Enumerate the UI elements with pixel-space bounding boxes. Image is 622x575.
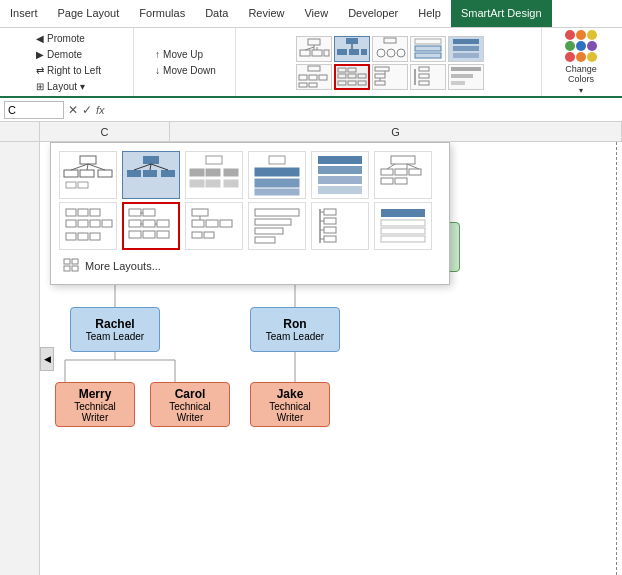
layout-thumb-2[interactable]	[334, 36, 370, 62]
layout-thumb-7-selected[interactable]	[334, 64, 370, 90]
smartart-svg-11	[314, 205, 366, 247]
tab-data[interactable]: Data	[195, 0, 238, 27]
tab-help[interactable]: Help	[408, 0, 451, 27]
smartart-item-11[interactable]	[311, 202, 369, 250]
svg-rect-16	[415, 39, 441, 44]
formula-input[interactable]	[109, 103, 618, 117]
right-to-left-button[interactable]: ⇄ Right to Left	[32, 63, 105, 78]
tab-insert[interactable]: Insert	[0, 0, 48, 27]
svg-rect-42	[419, 67, 429, 71]
svg-rect-26	[299, 83, 307, 87]
smartart-svg-1	[62, 154, 114, 196]
tab-review[interactable]: Review	[238, 0, 294, 27]
scroll-left-button[interactable]: ◀	[40, 347, 54, 371]
layout-thumb-3[interactable]	[372, 36, 408, 62]
change-colors-group: ChangeColors ▾	[544, 28, 618, 96]
promote-arrow-icon: ◀	[36, 33, 44, 44]
hierarchy-icon-5	[449, 37, 483, 61]
smartart-item-10[interactable]	[248, 202, 306, 250]
svg-rect-51	[98, 170, 112, 177]
svg-rect-113	[220, 220, 232, 227]
svg-rect-102	[157, 220, 169, 227]
smartart-svg-6	[377, 154, 429, 196]
svg-rect-68	[190, 180, 204, 187]
more-layouts-button[interactable]: More Layouts...	[59, 256, 441, 276]
svg-rect-36	[375, 67, 389, 71]
layout-thumb-4[interactable]	[410, 36, 446, 62]
svg-rect-37	[375, 74, 385, 78]
svg-rect-84	[395, 169, 407, 175]
svg-rect-65	[190, 169, 204, 176]
svg-rect-49	[64, 170, 78, 177]
smartart-svg-12	[377, 205, 429, 247]
smartart-item-8-selected[interactable]	[122, 202, 180, 250]
svg-point-15	[397, 49, 405, 57]
cancel-formula-button[interactable]: ✕	[68, 103, 78, 117]
tab-developer[interactable]: Developer	[338, 0, 408, 27]
layout-thumb-9[interactable]	[410, 64, 446, 90]
tab-page-layout[interactable]: Page Layout	[48, 0, 130, 27]
column-header-row: C G	[0, 122, 622, 142]
svg-rect-59	[143, 170, 157, 177]
svg-rect-99	[143, 209, 155, 216]
smartart-item-3[interactable]	[185, 151, 243, 199]
tab-smartart-design[interactable]: SmartArt Design	[451, 0, 552, 27]
tab-view[interactable]: View	[294, 0, 338, 27]
svg-rect-77	[318, 176, 362, 184]
svg-rect-71	[269, 156, 285, 164]
svg-rect-134	[72, 259, 78, 264]
move-up-button[interactable]: ↑ Move Up	[151, 47, 220, 62]
node-carol: Carol Technical Writer	[150, 382, 230, 427]
change-colors-label: ChangeColors	[565, 64, 597, 84]
node-merry: Merry Technical Writer	[55, 382, 135, 427]
change-colors-dropdown-icon: ▾	[579, 86, 583, 95]
svg-point-14	[387, 49, 395, 57]
layout-thumb-5[interactable]	[448, 36, 484, 62]
smartart-svg-3	[188, 154, 240, 196]
smartart-item-6[interactable]	[374, 151, 432, 199]
svg-rect-69	[206, 180, 220, 187]
svg-rect-114	[192, 232, 202, 238]
layout-button[interactable]: ⊞ Layout ▾	[32, 79, 105, 94]
svg-rect-33	[338, 81, 346, 85]
layout-thumb-8[interactable]	[372, 64, 408, 90]
svg-rect-133	[64, 259, 70, 264]
smartart-item-4[interactable]	[248, 151, 306, 199]
svg-line-62	[150, 164, 151, 170]
hierarchy-icon-2	[335, 37, 369, 61]
svg-rect-103	[129, 231, 141, 238]
svg-rect-44	[419, 81, 429, 85]
svg-rect-130	[381, 220, 425, 226]
demote-button[interactable]: ▶ Demote	[32, 47, 105, 62]
tab-formulas[interactable]: Formulas	[129, 0, 195, 27]
smartart-item-5[interactable]	[311, 151, 369, 199]
name-box[interactable]	[4, 101, 64, 119]
promote-button[interactable]: ◀ Promote	[32, 31, 105, 46]
col-header-g[interactable]: G	[170, 122, 622, 141]
smartart-item-12[interactable]	[374, 202, 432, 250]
svg-rect-47	[451, 81, 465, 85]
more-layouts-icon	[63, 258, 79, 274]
confirm-formula-button[interactable]: ✓	[82, 103, 92, 117]
svg-rect-90	[90, 209, 100, 216]
svg-rect-118	[255, 228, 283, 234]
move-down-button[interactable]: ↓ Move Down	[151, 63, 220, 78]
layout-thumb-1[interactable]	[296, 36, 332, 62]
svg-rect-122	[324, 218, 336, 224]
smartart-svg-9	[188, 205, 240, 247]
col-header-c[interactable]: C	[40, 122, 170, 141]
hierarchy-icon-8	[373, 65, 407, 89]
smartart-dropdown: More Layouts...	[50, 142, 450, 285]
smartart-item-9[interactable]	[185, 202, 243, 250]
change-colors-button[interactable]: ChangeColors ▾	[550, 26, 612, 99]
smartart-item-7[interactable]	[59, 202, 117, 250]
hierarchy-icon-4	[411, 37, 445, 61]
svg-rect-55	[66, 182, 76, 188]
layout-thumb-10[interactable]	[448, 64, 484, 90]
svg-rect-35	[358, 81, 366, 85]
layout-thumb-6[interactable]	[296, 64, 332, 90]
create-graphic-group: ◀ Promote ▶ Demote ⇄ Right to Left ⊞ Lay…	[4, 28, 134, 96]
smartart-item-2[interactable]	[122, 151, 180, 199]
svg-line-53	[87, 164, 88, 170]
smartart-item-1[interactable]	[59, 151, 117, 199]
